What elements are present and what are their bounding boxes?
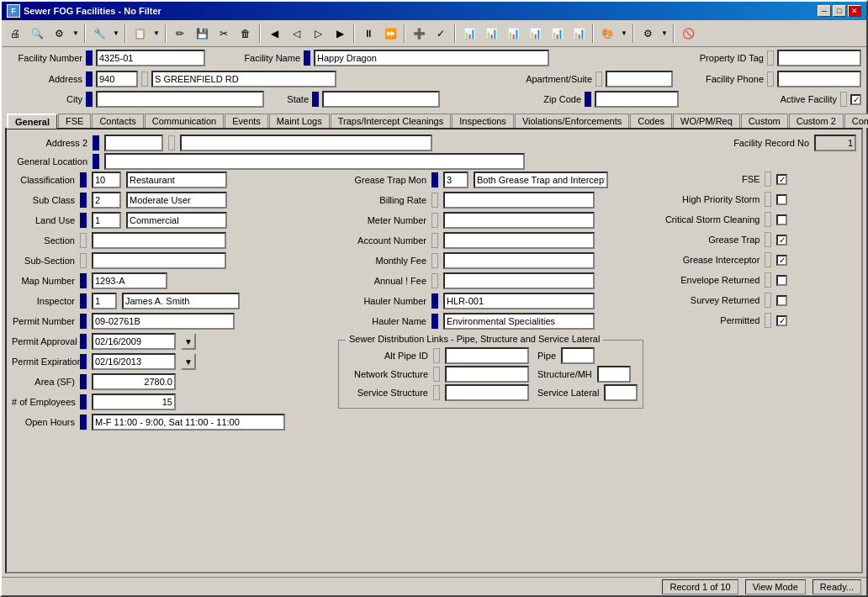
critical-storm-cleaning-checkbox[interactable]	[776, 214, 787, 225]
hauler-name-input[interactable]	[443, 313, 595, 330]
toolbar-cut[interactable]: ✂	[214, 24, 234, 44]
zip-input[interactable]	[595, 91, 679, 108]
facility-phone-input[interactable]	[777, 71, 861, 87]
toolbar-view[interactable]: 📋	[130, 24, 150, 44]
toolbar-search[interactable]: 🔍	[27, 24, 47, 44]
toolbar-cancel[interactable]: 🚫	[678, 24, 698, 44]
toolbar-settings-dropdown[interactable]: ▼	[71, 24, 81, 44]
high-priority-storm-checkbox[interactable]	[776, 194, 787, 205]
tab-custom[interactable]: Custom	[741, 114, 788, 128]
address2-input2[interactable]	[180, 135, 432, 151]
toolbar-chart1[interactable]: 📊	[459, 24, 479, 44]
tab-events[interactable]: Events	[225, 114, 268, 128]
classification-code-input[interactable]	[92, 172, 121, 188]
permit-number-input[interactable]	[92, 313, 235, 330]
toolbar-prev[interactable]: ◁	[286, 24, 306, 44]
tab-fse[interactable]: FSE	[58, 114, 91, 128]
hauler-number-input[interactable]	[443, 293, 595, 309]
fse-checkbox[interactable]: ✓	[776, 174, 787, 185]
inspector-code-input[interactable]	[92, 293, 117, 309]
toolbar-delete[interactable]: 🗑	[236, 24, 256, 44]
facility-name-input[interactable]	[314, 50, 549, 66]
tab-maint-logs[interactable]: Maint Logs	[269, 114, 330, 128]
meter-number-input[interactable]	[443, 212, 595, 229]
active-facility-checkbox[interactable]: ✓	[850, 94, 861, 105]
permit-approval-dropdown[interactable]: ▼	[181, 333, 196, 350]
toolbar-print[interactable]: 🖨	[5, 24, 25, 44]
toolbar-filter[interactable]: 🔧	[89, 24, 109, 44]
permitted-checkbox[interactable]: ✓	[776, 315, 787, 326]
toolbar-chart5[interactable]: 📊	[547, 24, 567, 44]
section-input[interactable]	[92, 232, 226, 249]
tab-comment[interactable]: Comment	[844, 114, 868, 128]
subclass-code-input[interactable]	[92, 192, 121, 209]
area-sf-input[interactable]	[92, 373, 176, 390]
toolbar-next[interactable]: ▷	[308, 24, 328, 44]
toolbar-settings[interactable]: ⚙	[49, 24, 69, 44]
address2-input1[interactable]	[104, 135, 163, 151]
structure-mh-input[interactable]	[597, 366, 631, 383]
tab-codes[interactable]: Codes	[630, 114, 672, 128]
toolbar-color-dropdown[interactable]: ▼	[619, 24, 629, 44]
alt-pipe-input[interactable]	[445, 347, 529, 364]
permit-expiration-input[interactable]	[92, 353, 176, 370]
toolbar-chart3[interactable]: 📊	[503, 24, 523, 44]
close-button[interactable]: ✕	[848, 5, 861, 17]
tab-traps[interactable]: Traps/Intercept Cleanings	[331, 114, 452, 128]
tab-general[interactable]: General	[7, 114, 57, 129]
network-structure-input[interactable]	[445, 366, 529, 383]
tab-custom2[interactable]: Custom 2	[789, 114, 844, 128]
toolbar-view-dropdown[interactable]: ▼	[151, 24, 161, 44]
annual-fee-input[interactable]	[443, 272, 595, 289]
subsection-input[interactable]	[92, 252, 226, 269]
landuse-code-input[interactable]	[92, 212, 121, 229]
grease-trap-mon-value-input[interactable]	[474, 172, 608, 188]
toolbar-check[interactable]: ✓	[431, 24, 451, 44]
billing-rate-input[interactable]	[443, 192, 595, 209]
property-id-input[interactable]	[777, 50, 861, 66]
facility-number-input[interactable]	[96, 50, 205, 66]
toolbar-chart2[interactable]: 📊	[481, 24, 501, 44]
grease-interceptor-checkbox[interactable]: ✓	[776, 255, 787, 266]
minimize-button[interactable]: ─	[818, 5, 831, 17]
toolbar-fast-forward[interactable]: ⏩	[380, 24, 400, 44]
toolbar-pause[interactable]: ⏸	[358, 24, 378, 44]
inspector-value-input[interactable]	[122, 293, 240, 309]
subclass-value-input[interactable]	[126, 192, 227, 209]
apt-suite-input[interactable]	[606, 71, 673, 87]
toolbar-add[interactable]: ➕	[409, 24, 429, 44]
grease-trap-checkbox[interactable]: ✓	[776, 235, 787, 246]
toolbar-chart4[interactable]: 📊	[525, 24, 545, 44]
tab-violations[interactable]: Violations/Enforcements	[515, 114, 629, 128]
employees-input[interactable]	[92, 394, 176, 410]
toolbar-filter-dropdown[interactable]: ▼	[111, 24, 121, 44]
address-street-input[interactable]	[151, 71, 336, 87]
service-lateral-input[interactable]	[604, 384, 638, 401]
tab-wo[interactable]: WO/PM/Req	[673, 114, 740, 128]
toolbar-chart6[interactable]: 📊	[569, 24, 589, 44]
city-input[interactable]	[96, 91, 264, 108]
landuse-value-input[interactable]	[126, 212, 227, 229]
toolbar-gear2[interactable]: ⚙	[638, 24, 658, 44]
toolbar-edit[interactable]: ✏	[170, 24, 190, 44]
tab-inspections[interactable]: Inspections	[452, 114, 514, 128]
toolbar-first[interactable]: ◀	[264, 24, 284, 44]
address-num-input[interactable]	[96, 71, 138, 87]
survey-returned-checkbox[interactable]	[776, 295, 787, 306]
tab-communication[interactable]: Communication	[145, 114, 224, 128]
account-number-input[interactable]	[443, 232, 595, 249]
mapnumber-input[interactable]	[92, 272, 167, 289]
classification-value-input[interactable]	[126, 172, 227, 188]
pipe-input[interactable]	[561, 347, 595, 364]
toolbar-save[interactable]: 💾	[192, 24, 212, 44]
toolbar-gear2-dropdown[interactable]: ▼	[659, 24, 670, 44]
permit-approval-input[interactable]	[92, 333, 176, 350]
toolbar-last[interactable]: ▶	[330, 24, 350, 44]
toolbar-color[interactable]: 🎨	[597, 24, 617, 44]
monthly-fee-input[interactable]	[443, 252, 595, 269]
grease-trap-mon-code-input[interactable]	[443, 172, 468, 188]
open-hours-input[interactable]	[92, 414, 285, 431]
maximize-button[interactable]: □	[833, 5, 846, 17]
envelope-returned-checkbox[interactable]	[776, 275, 787, 286]
state-input[interactable]	[322, 91, 440, 108]
